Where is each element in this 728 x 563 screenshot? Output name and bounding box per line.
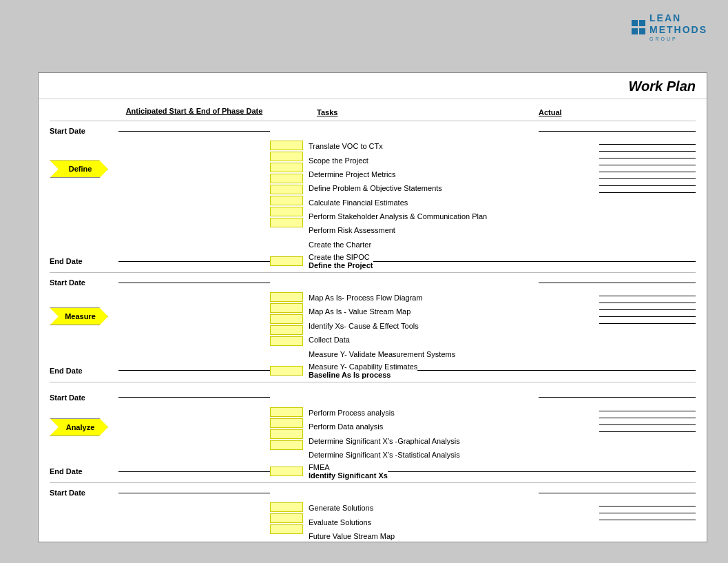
task-item: FMEA [309, 463, 388, 471]
logo-group: GROUP [649, 37, 707, 42]
task-item: Perform Stakeholder Analysis & Communica… [309, 209, 592, 223]
logo-methods: METHODS [649, 24, 707, 36]
bar [270, 163, 303, 172]
bar [270, 418, 303, 428]
logo-area: LEAN METHODS GROUP [632, 12, 707, 42]
bar [270, 440, 303, 450]
main-box: Work Plan Anticipated Start & End of Pha… [38, 72, 707, 542]
phase-divider-3 [50, 482, 696, 483]
analyze-start-row: Start Date [39, 391, 707, 405]
task-item: Generate Solutions [309, 501, 592, 515]
analyze-end-label: End Date [50, 467, 118, 475]
measure-tasks-row: Measure Map As Is- Process Flow Diagram … [39, 289, 707, 362]
analyze-end-row: End Date FMEA Identify Significant Xs [39, 463, 707, 480]
measure-end-label: End Date [50, 367, 118, 375]
bar [270, 325, 303, 335]
bar [270, 196, 303, 205]
task-item: Calculate Financial Estimates [309, 196, 592, 209]
bar [270, 366, 303, 376]
define-arrow-col: Define [50, 139, 118, 178]
task-item: Identify Xs- Cause & Effect Tools [309, 319, 592, 333]
define-bars [270, 141, 303, 227]
improve-tasks-row: Generate Solutions Evaluate Solutions Fu… [39, 500, 707, 544]
measure-bars [270, 292, 303, 346]
define-tasks-text: Translate VOC to CTx Scope the Project D… [303, 139, 592, 252]
analyze-tasks-text: Perform Process analysis Perform Data an… [303, 406, 592, 462]
bar [270, 303, 303, 313]
bar [270, 185, 303, 194]
bar [270, 292, 303, 302]
column-headers: Anticipated Start & End of Phase Date Ta… [39, 99, 707, 119]
task-item: Perform Risk Assessment [309, 223, 592, 237]
analyze-start-label: Start Date [50, 393, 118, 402]
task-item: Translate VOC to CTx [309, 139, 592, 153]
task-item: Determine Significant X's -Statistical A… [309, 448, 592, 462]
task-item: Measure Y- Validate Measurement Systems [309, 347, 592, 361]
task-item: Create the SIPOC [309, 253, 373, 261]
bar [270, 467, 303, 476]
improve-start-row: Start Date [39, 486, 707, 500]
measure-actuals [592, 291, 696, 324]
analyze-arrow: Analyze [50, 418, 108, 436]
bar [270, 207, 303, 216]
bar [270, 256, 303, 266]
task-item: Future Value Stream Map [309, 529, 592, 543]
task-item: Determine Project Metrics [309, 167, 592, 181]
task-item: Map As Is- Process Flow Diagram [309, 291, 592, 305]
measure-start-label: Start Date [50, 278, 118, 287]
analyze-bars [270, 407, 303, 450]
define-end-label: End Date [50, 257, 118, 265]
bar [270, 513, 303, 523]
task-item: Scope the Project [309, 154, 592, 167]
measure-phase: Start Date Measure Map As [39, 276, 707, 379]
logo-text: LEAN METHODS GROUP [649, 12, 707, 42]
improve-start-label: Start Date [50, 489, 118, 497]
task-item: Perform Data analysis [309, 420, 592, 433]
measure-arrow-col: Measure [50, 291, 118, 325]
measure-arrow: Measure [50, 307, 108, 325]
task-item: Map As Is - Value Stream Map [309, 305, 592, 318]
col-header-dates: Anticipated Start & End of Phase Date [118, 106, 270, 116]
logo-lean: LEAN [649, 12, 707, 24]
page-title: Work Plan [629, 79, 696, 94]
define-start-row: Start Date [39, 123, 707, 138]
measure-start-row: Start Date [39, 276, 707, 289]
analyze-arrow-col: Analyze [50, 406, 118, 436]
task-summary: Define the Project [309, 261, 373, 269]
define-actuals [592, 139, 696, 193]
bar [270, 336, 303, 346]
bar [270, 218, 303, 227]
define-phase: Start Date Define [39, 123, 707, 269]
task-item: Measure Y- Capability Estimates [309, 362, 417, 371]
improve-bars [270, 502, 303, 534]
header-divider [50, 121, 696, 121]
analyze-phase: Start Date Analyze Perform Process [39, 391, 707, 480]
bar [270, 152, 303, 161]
improve-tasks-text: Generate Solutions Evaluate Solutions Fu… [303, 501, 592, 543]
define-arrow: Define [50, 160, 108, 178]
improve-actuals [592, 501, 696, 520]
bar [270, 141, 303, 150]
bar [270, 174, 303, 183]
analyze-actuals [592, 406, 696, 432]
phase-divider-2 [50, 382, 696, 382]
col-header-actual: Actual [532, 108, 562, 116]
col-header-tasks: Tasks [311, 108, 532, 116]
task-item: Evaluate Solutions [309, 515, 592, 529]
task-item: Define Problem & Objective Statements [309, 181, 592, 195]
page-wrapper: LEAN METHODS GROUP Work Plan Anticipated… [0, 0, 728, 563]
title-row: Work Plan [39, 73, 707, 99]
improve-phase: Start Date Generate Solutions Evaluate S… [39, 486, 707, 544]
task-item: Collect Data [309, 333, 592, 347]
task-summary: Baseline As Is process [309, 371, 417, 379]
phase-divider-1 [50, 272, 696, 273]
analyze-tasks-row: Analyze Perform Process analysis Perform… [39, 405, 707, 463]
bar [270, 429, 303, 439]
bar [270, 314, 303, 324]
logo-icon [632, 20, 645, 34]
define-end-row: End Date Create the SIPOC Define the Pro… [39, 253, 707, 269]
bar [270, 502, 303, 512]
task-summary: Identify Significant Xs [309, 471, 388, 480]
bar [270, 407, 303, 417]
task-item: Determine Significant X's -Graphical Ana… [309, 434, 592, 448]
